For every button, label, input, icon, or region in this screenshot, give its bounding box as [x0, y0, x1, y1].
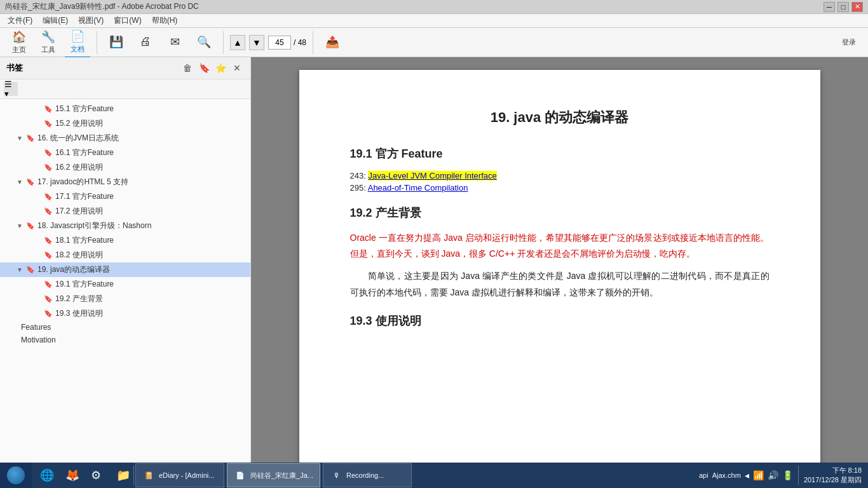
bookmark-icon: 🔖 — [44, 280, 53, 288]
taskbar-acrobat[interactable]: 📄 尚硅谷_宋红康_Ja... — [227, 463, 320, 487]
toolbar-email[interactable]: ✉ — [162, 32, 187, 53]
link-1[interactable]: Java-Level JVM Compiler Interface — [368, 171, 496, 180]
menu-view[interactable]: 视图(V) — [73, 14, 109, 27]
sidebar-item-motivation[interactable]: Motivation — [0, 334, 250, 346]
tray-volume-icon[interactable]: 🔊 — [768, 470, 778, 480]
link-2[interactable]: Ahead-of-Time Compilation — [368, 183, 468, 193]
start-orb-icon — [7, 466, 25, 484]
system-clock[interactable]: 下午 8:18 2017/12/28 星期四 — [804, 466, 862, 485]
link-2-num: 295: — [350, 183, 366, 193]
sidebar-item-15_1[interactable]: 🔖 15.1 官方Feature — [0, 102, 250, 116]
tree-item-label: 17. javadoc的HTML 5 支持 — [37, 177, 128, 187]
bookmark-icon: 🔖 — [44, 207, 53, 215]
tree-item-label: Motivation — [21, 336, 56, 344]
sidebar-item-19_3[interactable]: 🔖 19.3 使用说明 — [0, 306, 250, 321]
tray-arrow-icon[interactable]: ◂ — [745, 470, 749, 480]
window-title: 尚硅谷_宋红康_Java9新特性.pdf - Adobe Acrobat Pro… — [5, 1, 199, 12]
bookmark-icon: 🔖 — [44, 251, 53, 259]
sidebar-item-19_2[interactable]: 🔖 19.2 产生背景 — [0, 292, 250, 306]
system-tray: api Ajax.chm ◂ 📶 🔊 🔋 — [699, 470, 793, 480]
toolbar-home[interactable]: 🏠 主页 — [6, 27, 32, 57]
sidebar-menu-button[interactable]: ☰ ▾ — [4, 82, 18, 96]
expand-icon: ▼ — [17, 222, 24, 229]
bookmark-icon: 🔖 — [44, 236, 53, 245]
sidebar-bookmark-add-button[interactable]: 🔖 — [197, 61, 211, 75]
sidebar-toolbar: ☰ ▾ — [0, 79, 250, 99]
page-number-input[interactable] — [268, 36, 291, 50]
sidebar-content[interactable]: 🔖 15.1 官方Feature 🔖 15.2 使用说明 ▼ 🔖 16. 统一的… — [0, 99, 250, 463]
menu-help[interactable]: 帮助(H) — [147, 14, 183, 27]
taskbar-icon-ie[interactable]: 🌐 — [33, 463, 56, 487]
taskbar-icon-firefox[interactable]: 🦊 — [58, 463, 81, 487]
tray-battery-icon: 🔋 — [782, 470, 793, 480]
pdf-area[interactable]: 19. java 的动态编译器 19.1 官方 Feature 243: Jav… — [251, 57, 868, 463]
section-1-title: 19.1 官方 Feature — [350, 146, 770, 161]
start-button[interactable] — [0, 463, 32, 488]
toolbar-tools[interactable]: 🔧 工具 — [36, 27, 61, 57]
toolbar: 🏠 主页 🔧 工具 📄 文档 💾 🖨 ✉ 🔍 ▲ ▼ / 48 📤 登录 — [0, 28, 868, 57]
sidebar-item-19[interactable]: ▼ 🔖 19. java的动态编译器 — [0, 262, 250, 277]
sidebar-close-button[interactable]: ✕ — [230, 61, 244, 75]
sidebar-item-16_1[interactable]: 🔖 16.1 官方Feature — [0, 146, 250, 160]
tree-item-label: 16. 统一的JVM日志系统 — [37, 133, 119, 144]
close-button[interactable]: ✕ — [851, 2, 863, 12]
sidebar-item-16_2[interactable]: 🔖 16.2 使用说明 — [0, 160, 250, 175]
sidebar-item-18[interactable]: ▼ 🔖 18. Javascript引擎升级：Nashorn — [0, 219, 250, 233]
acrobat-label: 尚硅谷_宋红康_Ja... — [250, 471, 313, 480]
sidebar-delete-button[interactable]: 🗑 — [180, 61, 194, 75]
sidebar-item-features[interactable]: Features — [0, 321, 250, 334]
tree-item-label: 18.1 官方Feature — [55, 235, 114, 246]
sidebar-header: 书签 🗑 🔖 ⭐ ✕ — [0, 57, 250, 79]
toolbar-search[interactable]: 🔍 — [191, 32, 217, 53]
sidebar-item-16[interactable]: ▼ 🔖 16. 统一的JVM日志系统 — [0, 131, 250, 146]
expand-icon: ▼ — [17, 266, 24, 273]
taskbar-icon-files[interactable]: 📁 — [109, 463, 132, 487]
para-1: Oracle 一直在努力提高 Java 启动和运行时性能，希望其能够在更广泛的场… — [350, 230, 770, 262]
main-area: 书签 🗑 🔖 ⭐ ✕ ☰ ▾ 🔖 15.1 官方Feature 🔖 15.2 使… — [0, 57, 868, 463]
link-1-num: 243: — [350, 171, 366, 180]
taskbar-recording[interactable]: 🎙 Recording... — [323, 463, 412, 487]
sidebar-item-17_1[interactable]: 🔖 17.1 官方Feature — [0, 189, 250, 204]
save-icon: 💾 — [109, 35, 123, 49]
toolbar-print[interactable]: 🖨 — [133, 32, 158, 52]
toolbar-save[interactable]: 💾 — [104, 32, 129, 53]
clock-date: 2017/12/28 星期四 — [804, 475, 862, 485]
bookmark-icon: 🔖 — [26, 266, 35, 274]
toolbar-separator-2 — [223, 31, 224, 54]
toolbar-login[interactable]: 登录 — [836, 35, 862, 50]
api-text: api — [699, 471, 709, 479]
toolbar-export[interactable]: 📤 — [320, 32, 345, 53]
sidebar-item-18_2[interactable]: 🔖 18.2 使用说明 — [0, 248, 250, 262]
page-prev-button[interactable]: ▲ — [230, 35, 245, 50]
taskbar-icon-chrome[interactable]: ⚙ — [84, 463, 107, 487]
sidebar-item-17[interactable]: ▼ 🔖 17. javadoc的HTML 5 支持 — [0, 175, 250, 189]
page-next-button[interactable]: ▼ — [249, 35, 264, 50]
sidebar-item-17_2[interactable]: 🔖 17.2 使用说明 — [0, 204, 250, 219]
sidebar-item-18_1[interactable]: 🔖 18.1 官方Feature — [0, 233, 250, 248]
tree-item-label: 18. Javascript引擎升级：Nashorn — [37, 220, 151, 231]
menu-file[interactable]: 文件(F) — [3, 14, 37, 27]
minimize-button[interactable]: ─ — [824, 2, 835, 12]
menu-edit[interactable]: 编辑(E) — [37, 14, 73, 27]
tree-item-label: 15.1 官方Feature — [55, 104, 114, 114]
recording-label: Recording... — [346, 471, 384, 479]
bookmark-icon: 🔖 — [44, 163, 53, 172]
ajaxchm-text: Ajax.chm — [712, 471, 741, 479]
menu-window[interactable]: 窗口(W) — [109, 14, 146, 27]
bookmark-icon: 🔖 — [44, 295, 53, 303]
sidebar-star-button[interactable]: ⭐ — [214, 61, 227, 75]
acrobat-icon: 📄 — [234, 469, 247, 482]
bookmark-icon: 🔖 — [44, 105, 53, 113]
page-total: / 48 — [294, 38, 306, 47]
taskbar-ediary[interactable]: 📔 eDiary - [Admini... — [135, 463, 224, 487]
taskbar-sep-1 — [133, 466, 134, 485]
sidebar: 书签 🗑 🔖 ⭐ ✕ ☰ ▾ 🔖 15.1 官方Feature 🔖 15.2 使… — [0, 57, 251, 463]
taskbar-sep-clock — [798, 466, 799, 485]
bookmark-icon: 🔖 — [26, 134, 35, 142]
maximize-button[interactable]: □ — [837, 2, 849, 12]
sidebar-item-19_1[interactable]: 🔖 19.1 官方Feature — [0, 277, 250, 292]
sidebar-item-15_2[interactable]: 🔖 15.2 使用说明 — [0, 116, 250, 131]
toolbar-document[interactable]: 📄 文档 — [65, 27, 90, 58]
page-navigation: / 48 — [268, 36, 306, 50]
tree-item-label: 16.1 官方Feature — [55, 147, 114, 158]
